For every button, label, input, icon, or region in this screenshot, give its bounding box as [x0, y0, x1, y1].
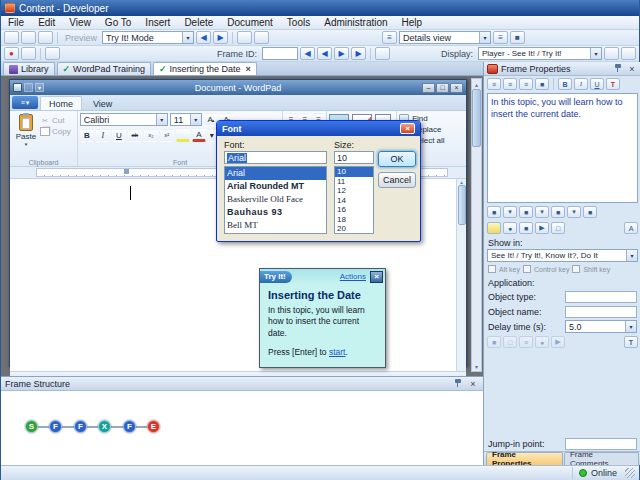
- pin-icon[interactable]: [453, 378, 463, 389]
- cut-button[interactable]: Cut: [40, 116, 71, 125]
- region-icon[interactable]: [503, 336, 517, 348]
- size-option[interactable]: 12: [335, 186, 373, 196]
- new-document-icon[interactable]: [4, 31, 19, 44]
- close-panel-icon[interactable]: [467, 379, 479, 389]
- menu-item-insert[interactable]: Insert: [138, 17, 177, 28]
- size-option[interactable]: 20: [335, 224, 373, 234]
- bubble-style-icon[interactable]: [487, 206, 501, 218]
- size-list[interactable]: 10 11 12 14 16 18 20: [334, 166, 374, 234]
- next-frame-icon[interactable]: [334, 47, 349, 60]
- ribbon-tab-view[interactable]: View: [84, 96, 121, 110]
- align-center-icon[interactable]: [503, 78, 517, 90]
- menu-item-tools[interactable]: Tools: [280, 17, 317, 28]
- tab-frame-comments[interactable]: Frame Comments: [564, 452, 639, 465]
- arrow-icon[interactable]: [535, 222, 549, 234]
- tab-inserting-the-date[interactable]: Inserting the Date: [153, 62, 257, 75]
- menu-item-document[interactable]: Document: [220, 17, 280, 28]
- insert-image-icon[interactable]: [535, 78, 549, 90]
- frame-node-start[interactable]: S: [25, 420, 38, 433]
- scroll-thumb[interactable]: [472, 89, 481, 147]
- display-select[interactable]: Player - See It! / Try It!: [478, 47, 602, 60]
- superscript-icon[interactable]: [160, 129, 174, 142]
- bubble-color-icon[interactable]: [551, 206, 565, 218]
- start-link[interactable]: start: [329, 347, 346, 357]
- scroll-up-icon[interactable]: [475, 79, 478, 89]
- size-option[interactable]: 11: [335, 177, 373, 187]
- chevron-down-icon[interactable]: [208, 129, 216, 142]
- object-type-field[interactable]: [565, 291, 637, 303]
- delay-time-select[interactable]: 5.0: [565, 320, 637, 333]
- quick-access-menu-icon[interactable]: [35, 83, 44, 92]
- align-right-icon[interactable]: [519, 78, 533, 90]
- record-icon[interactable]: [4, 47, 19, 60]
- indent-marker[interactable]: [124, 169, 129, 174]
- font-option[interactable]: Bell MT: [225, 219, 326, 232]
- ribbon-tab-home[interactable]: Home: [40, 96, 82, 110]
- size-option[interactable]: 14: [335, 196, 373, 206]
- go-to-frame-icon[interactable]: [375, 47, 390, 60]
- size-option[interactable]: 16: [335, 205, 373, 215]
- grid-view-icon[interactable]: [510, 31, 525, 44]
- tab-frame-properties[interactable]: Frame Properties: [486, 452, 563, 465]
- menu-item-view[interactable]: View: [62, 17, 98, 28]
- strikethrough-icon[interactable]: [128, 129, 142, 142]
- document-scrollbar[interactable]: [456, 179, 466, 371]
- camera-icon[interactable]: [21, 47, 36, 60]
- save-icon[interactable]: [38, 31, 53, 44]
- frame-text-editor[interactable]: In this topic, you will learn how to ins…: [487, 93, 638, 203]
- settings-icon[interactable]: [621, 47, 636, 60]
- close-tab-icon[interactable]: [246, 64, 251, 74]
- italic-icon[interactable]: [574, 78, 588, 90]
- canvas-scrollbar[interactable]: [471, 78, 482, 372]
- quick-save-icon[interactable]: [24, 83, 33, 92]
- frame-node-action[interactable]: X: [98, 420, 111, 433]
- bubble-pointer-icon[interactable]: [583, 206, 597, 218]
- menu-item-file[interactable]: File: [1, 17, 31, 28]
- menu-item-goto[interactable]: Go To: [98, 17, 139, 28]
- close-panel-icon[interactable]: [626, 64, 638, 74]
- cancel-button[interactable]: Cancel: [378, 172, 416, 188]
- first-frame-icon[interactable]: [300, 47, 315, 60]
- copy-button[interactable]: Copy: [40, 127, 71, 136]
- frame-node[interactable]: F: [49, 420, 62, 433]
- list-view-icon[interactable]: [493, 31, 508, 44]
- back-icon[interactable]: [196, 31, 211, 44]
- underline-icon[interactable]: [590, 78, 604, 90]
- keystroke-icon[interactable]: [624, 336, 638, 348]
- text-tool-icon[interactable]: [624, 222, 638, 234]
- italic-icon[interactable]: [96, 129, 110, 142]
- wordpad-menu-button[interactable]: [12, 96, 38, 109]
- font-option[interactable]: Baskerville Old Face: [225, 193, 326, 206]
- subscript-icon[interactable]: [144, 129, 158, 142]
- font-option[interactable]: Arial: [225, 167, 326, 180]
- marker-icon[interactable]: [503, 222, 517, 234]
- size-option[interactable]: 10: [335, 167, 373, 177]
- view-options-icon[interactable]: [382, 31, 397, 44]
- close-icon[interactable]: [450, 83, 463, 93]
- frame-node[interactable]: F: [123, 420, 136, 433]
- menu-item-edit[interactable]: Edit: [31, 17, 62, 28]
- jump-icon[interactable]: [551, 336, 565, 348]
- shape-icon[interactable]: [519, 222, 533, 234]
- undo-icon[interactable]: [237, 31, 252, 44]
- open-icon[interactable]: [21, 31, 36, 44]
- tab-wordpad-training[interactable]: WordPad Training: [57, 62, 151, 75]
- font-style-icon[interactable]: [606, 78, 620, 90]
- details-view-select[interactable]: Details view: [399, 31, 491, 44]
- forward-icon[interactable]: [213, 31, 228, 44]
- bubble-position-icon[interactable]: [519, 206, 533, 218]
- font-input[interactable]: Arial: [224, 151, 327, 164]
- menu-item-delete[interactable]: Delete: [177, 17, 220, 28]
- lock-icon[interactable]: [487, 336, 501, 348]
- shift-key-checkbox[interactable]: [572, 265, 580, 273]
- frame-document-icon[interactable]: [45, 47, 60, 60]
- layers-icon[interactable]: [519, 336, 533, 348]
- alt-key-checkbox[interactable]: [488, 265, 496, 273]
- frame-structure-canvas[interactable]: S F F X F E: [1, 391, 483, 465]
- highlight-color-icon[interactable]: [176, 128, 190, 142]
- dialog-close-icon[interactable]: [400, 123, 415, 134]
- font-name-select[interactable]: Calibri: [80, 113, 168, 126]
- hotspot-icon[interactable]: [535, 336, 549, 348]
- mode-select[interactable]: Try It! Mode: [102, 31, 194, 44]
- last-frame-icon[interactable]: [351, 47, 366, 60]
